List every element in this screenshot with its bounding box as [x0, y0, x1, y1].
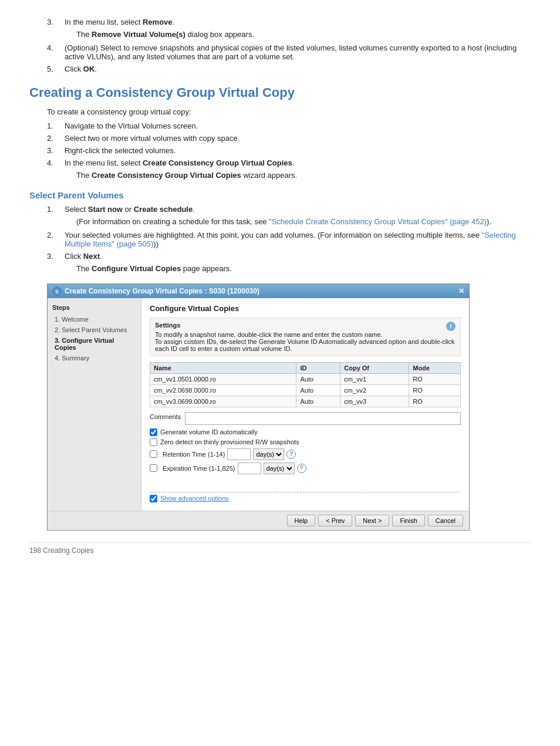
intro-step-3: 3. Right-click the selected volumes.	[47, 146, 531, 155]
retention-checkbox[interactable]	[150, 450, 157, 458]
wizard-footer: Help < Prev Next > Finish Cancel	[48, 511, 469, 530]
retention-unit-select[interactable]: day(s)	[253, 448, 284, 460]
select-parent-steps: 1. Select Start now or Create schedule. …	[47, 205, 531, 273]
schedule-link[interactable]: "Schedule Create Consistency Group Virtu…	[269, 217, 487, 226]
wizard-info-bar: Settings To modify a snapshot name, doub…	[150, 318, 461, 356]
table-cell-2-3: RO	[409, 396, 461, 407]
retention-info-icon[interactable]: ?	[286, 450, 296, 459]
sub-heading-select-parent: Select Parent Volumes	[29, 190, 531, 200]
intro-step-4: 4. In the menu list, select Create Consi…	[47, 158, 531, 167]
virtual-copies-table: Name ID Copy Of Mode cm_vv1.0501.0000.ro…	[150, 362, 461, 407]
create-schedule-bold: Create schedule	[134, 205, 193, 214]
remove-dialog-desc: The Remove Virtual Volume(s) dialog box …	[76, 30, 531, 39]
info-icon: i	[446, 322, 456, 331]
page-footer: 198 Creating Copies	[29, 542, 531, 555]
next-button[interactable]: Next >	[355, 515, 389, 526]
remove-bold: Remove	[143, 18, 173, 26]
info-line-1: To modify a snapshot name, double-click …	[155, 331, 456, 338]
select-step-1: 1. Select Start now or Create schedule.	[47, 205, 531, 214]
step-num-3: 3.	[47, 18, 65, 26]
wizard-step-4[interactable]: 4. Summary	[52, 353, 136, 363]
intro-text: To create a consistency group virtual co…	[47, 106, 531, 118]
advanced-separator	[150, 492, 461, 492]
table-cell-0-2: cm_vv1	[340, 373, 409, 384]
cancel-button[interactable]: Cancel	[428, 515, 463, 526]
col-mode: Mode	[409, 362, 461, 373]
selecting-multiple-link[interactable]: "Selecting Multiple Items" (page 505)	[65, 231, 516, 248]
titlebar-left: S Create Consistency Group Virtual Copie…	[52, 286, 259, 296]
wizard-title-icon: S	[52, 286, 62, 296]
table-cell-2-2: cm_vv3	[340, 396, 409, 407]
show-advanced-checkbox[interactable]	[150, 495, 157, 502]
expiration-label: Expiration Time (1-1,825)	[163, 465, 235, 472]
svg-text:S: S	[55, 289, 59, 295]
create-cg-bold: Create Consistency Group Virtual Copies	[143, 158, 292, 167]
generate-volume-id-checkbox[interactable]	[150, 428, 157, 436]
comments-input[interactable]	[185, 412, 461, 425]
wizard-dialog: S Create Consistency Group Virtual Copie…	[47, 283, 470, 531]
steps-header: Steps	[52, 304, 136, 311]
section-heading: Creating a Consistency Group Virtual Cop…	[29, 85, 531, 100]
col-name: Name	[150, 362, 296, 373]
finish-button[interactable]: Finish	[392, 515, 424, 526]
help-button[interactable]: Help	[287, 515, 316, 526]
step-3-remove: 3. In the menu list, select Remove.	[47, 18, 531, 26]
wizard-step-3[interactable]: 3. Configure Virtual Copies	[52, 336, 136, 352]
expiration-row: Expiration Time (1-1,825) day(s) ?	[150, 463, 461, 474]
show-advanced-row: Show advanced options	[150, 495, 461, 502]
expiration-checkbox[interactable]	[150, 464, 157, 472]
comments-label: Comments	[150, 412, 185, 420]
table-cell-1-3: RO	[409, 384, 461, 396]
table-row: cm_vv1.0501.0000.roAutocm_vv1RO	[150, 373, 461, 384]
wizard-close-button[interactable]: ✕	[458, 287, 464, 295]
wizard-body: Steps 1. Welcome 2. Select Parent Volume…	[48, 298, 469, 511]
select-step-3: 3. Click Next.	[47, 252, 531, 261]
step-4-text: (Optional) Select to remove snapshots an…	[65, 43, 531, 61]
table-cell-0-3: RO	[409, 373, 461, 384]
generate-volume-id-row: Generate volume ID automatically	[150, 428, 461, 436]
table-cell-2-1: Auto	[296, 396, 340, 407]
table-cell-0-0: cm_vv1.0501.0000.ro	[150, 373, 296, 384]
for-info-text: (For information on creating a schedule …	[76, 217, 531, 226]
step-5-text: Click OK.	[65, 65, 531, 73]
generate-volume-id-label: Generate volume ID automatically	[160, 428, 258, 436]
wizard-step-2[interactable]: 2. Select Parent Volumes	[52, 325, 136, 335]
next-bold: Next	[83, 252, 100, 261]
step-num-4: 4.	[47, 43, 65, 52]
zero-detect-label: Zero detect on thinly provisioned R/W sn…	[160, 438, 299, 445]
start-now-bold: Start now	[88, 205, 123, 214]
intro-step-1: 1. Navigate to the Virtual Volumes scree…	[47, 121, 531, 130]
col-id: ID	[296, 362, 340, 373]
configure-title: Configure Virtual Copies	[150, 304, 461, 313]
remove-dialog-bold: Remove Virtual Volume(s)	[92, 30, 185, 39]
prev-button[interactable]: < Prev	[318, 515, 352, 526]
configure-bold: Configure Virtual Copies	[92, 264, 181, 273]
zero-detect-checkbox[interactable]	[150, 438, 157, 446]
intro-step-2: 2. Select two or more virtual volumes wi…	[47, 134, 531, 143]
wizard-title-text: Create Consistency Group Virtual Copies …	[65, 287, 259, 295]
table-cell-1-1: Auto	[296, 384, 340, 396]
expiration-info-icon[interactable]: ?	[297, 464, 306, 473]
table-row: cm_vv2.0698.0000.roAutocm_vv2RO	[150, 384, 461, 396]
retention-value-input[interactable]	[227, 448, 251, 460]
comments-row: Comments	[150, 412, 461, 425]
retention-label: Retention Time (1-14)	[163, 451, 225, 458]
wizard-steps-panel: Steps 1. Welcome 2. Select Parent Volume…	[48, 298, 141, 511]
table-header: Name ID Copy Of Mode	[150, 362, 461, 373]
zero-detect-row: Zero detect on thinly provisioned R/W sn…	[150, 438, 461, 446]
wizard-name-bold: Create Consistency Group Virtual Copies	[92, 171, 241, 180]
select-step-2: 2. Your selected volumes are highlighted…	[47, 231, 531, 248]
table-cell-2-0: cm_vv3.0699.0000.ro	[150, 396, 296, 407]
info-line-2: To assign custom IDs, de-select the Gene…	[155, 338, 456, 352]
advanced-options-row: Show advanced options	[150, 492, 461, 502]
wizard-step-1[interactable]: 1. Welcome	[52, 315, 136, 324]
show-advanced-link[interactable]: Show advanced options	[160, 495, 229, 502]
ok-bold: OK	[83, 65, 95, 73]
expiration-value-input[interactable]	[238, 463, 261, 474]
wizard-titlebar: S Create Consistency Group Virtual Copie…	[48, 284, 469, 298]
configure-appears: The Configure Virtual Copies page appear…	[76, 264, 531, 273]
table-row: cm_vv3.0699.0000.roAutocm_vv3RO	[150, 396, 461, 407]
step-3-text: In the menu list, select Remove.	[65, 18, 531, 26]
expiration-unit-select[interactable]: day(s)	[264, 463, 295, 474]
table-cell-0-1: Auto	[296, 373, 340, 384]
